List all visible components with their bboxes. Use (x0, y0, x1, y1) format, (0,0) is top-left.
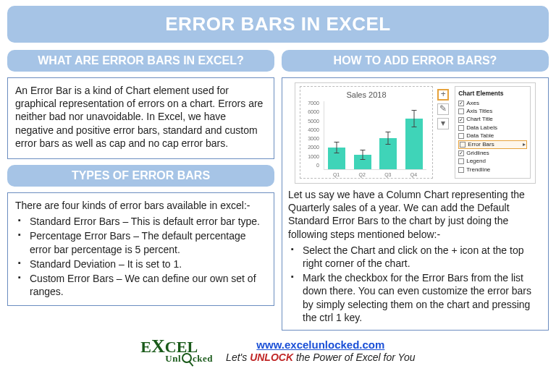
type-item: Standard Deviation – It is set to 1. (18, 257, 266, 270)
element-label: Trendline (466, 166, 490, 174)
how-to-header-text: HOW TO ADD ERROR BARS? (282, 54, 549, 67)
element-label: Error Bars (468, 141, 494, 148)
footer-text: www.excelunlocked.com Let's UNLOCK the P… (226, 338, 416, 363)
chart-side-icons: + ✎ ▾ (437, 86, 450, 179)
element-row[interactable]: Axes (458, 99, 527, 107)
element-label: Gridlines (466, 150, 489, 157)
intro-box: An Error Bar is a kind of Chart element … (7, 77, 274, 159)
element-label: Chart Title (466, 116, 492, 123)
chart-title: Sales 2018 (302, 90, 431, 100)
ytick: 0 (303, 162, 319, 169)
magnifier-icon (182, 353, 192, 363)
bar-q4 (403, 119, 425, 169)
ytick: 4000 (303, 127, 319, 133)
checkbox-icon[interactable] (458, 133, 464, 139)
step-item: Select the Chart and click on the + icon… (291, 244, 542, 270)
intro-text: An Error Bar is a kind of Chart element … (15, 84, 266, 150)
type-item: Custom Error Bars – We can define our ow… (18, 272, 266, 298)
bar-q1 (326, 148, 348, 169)
plot-area (324, 101, 426, 170)
what-are-header-text: WHAT ARE ERROR BARS IN EXCEL? (7, 54, 274, 67)
columns: WHAT ARE ERROR BARS IN EXCEL? An Error B… (7, 50, 549, 331)
element-label: Data Labels (466, 124, 497, 132)
types-box: There are four kinds of error bars avail… (7, 192, 274, 306)
ytick: 1000 (303, 153, 319, 160)
footer: EXCEL Unlcked www.excelunlocked.com Let'… (7, 338, 549, 363)
chart-elements-header: Chart Elements (458, 90, 527, 98)
bar-q2 (351, 155, 374, 169)
element-label: Axis Titles (466, 108, 492, 115)
tagline: Let's UNLOCK the Power of Excel for You (226, 351, 416, 363)
x-axis-labels: Q1 Q2 Q3 Q4 (324, 171, 426, 178)
ytick: 2000 (303, 144, 319, 150)
chart-elements-panel: Chart Elements Axes Axis Titles Chart Ti… (455, 86, 531, 179)
ytick: 3000 (303, 135, 319, 142)
filter-icon[interactable]: ▾ (437, 118, 449, 129)
element-row-errorbars[interactable]: Error Bars▸ (458, 140, 527, 149)
element-label: Data Table (466, 132, 494, 140)
xtick: Q2 (359, 171, 366, 178)
chevron-right-icon[interactable]: ▸ (523, 141, 526, 148)
xtick: Q3 (384, 171, 391, 178)
ytick: 7000 (303, 100, 319, 106)
ytick: 5000 (303, 118, 319, 124)
brush-icon[interactable]: ✎ (437, 103, 449, 115)
element-label: Legend (466, 158, 486, 165)
checkbox-icon[interactable] (458, 101, 464, 106)
right-column: HOW TO ADD ERROR BARS? Sales 2018 7000 6… (282, 50, 549, 331)
element-row[interactable]: Gridlines (458, 149, 527, 157)
what-are-header: WHAT ARE ERROR BARS IN EXCEL? (7, 50, 274, 72)
y-axis-labels: 7000 6000 5000 4000 3000 2000 1000 0 (303, 100, 319, 169)
element-row[interactable]: Chart Title (458, 116, 527, 124)
plus-icon[interactable]: + (437, 89, 449, 101)
types-header: TYPES OF ERROR BARS (7, 165, 274, 187)
step-item: Mark the checkbox for the Error Bars fro… (291, 271, 542, 324)
main-title-bar: ERROR BARS IN EXCEL (7, 6, 549, 43)
chart-screenshot: Sales 2018 7000 6000 5000 4000 3000 2000… (295, 82, 536, 184)
checkbox-icon[interactable] (458, 158, 464, 164)
bar-q3 (377, 138, 400, 169)
checkbox-icon[interactable] (460, 142, 466, 148)
checkbox-icon[interactable] (458, 117, 464, 123)
steps-list: Select the Chart and click on the + icon… (288, 244, 542, 324)
types-intro: There are four kinds of error bars avail… (15, 199, 266, 212)
checkbox-icon[interactable] (458, 150, 464, 156)
element-label: Axes (466, 100, 479, 107)
element-row[interactable]: Legend (458, 158, 527, 166)
element-row[interactable]: Trendline (458, 166, 527, 174)
checkbox-icon[interactable] (458, 108, 464, 114)
types-list: Standard Error Bars – This is default er… (15, 215, 266, 298)
how-to-header: HOW TO ADD ERROR BARS? (282, 50, 549, 72)
element-row[interactable]: Axis Titles (458, 107, 527, 115)
xtick: Q4 (410, 171, 417, 178)
checkbox-icon[interactable] (458, 167, 464, 173)
type-item: Percentage Error Bars – The default perc… (18, 229, 266, 255)
chart-area: Sales 2018 7000 6000 5000 4000 3000 2000… (300, 86, 433, 179)
how-to-desc: Let us say we have a Column Chart repres… (288, 188, 542, 241)
element-row[interactable]: Data Table (458, 132, 527, 140)
type-item: Standard Error Bars – This is default er… (18, 215, 266, 228)
checkbox-icon[interactable] (458, 125, 464, 131)
main-title: ERROR BARS IN EXCEL (7, 13, 549, 35)
types-header-text: TYPES OF ERROR BARS (7, 169, 274, 182)
how-to-box: Sales 2018 7000 6000 5000 4000 3000 2000… (282, 77, 549, 331)
excel-unlocked-logo: EXCEL Unlcked (140, 338, 213, 363)
website-link[interactable]: www.excelunlocked.com (256, 338, 384, 351)
xtick: Q1 (333, 171, 340, 178)
left-column: WHAT ARE ERROR BARS IN EXCEL? An Error B… (7, 50, 274, 331)
element-row[interactable]: Data Labels (458, 124, 527, 132)
ytick: 6000 (303, 108, 319, 115)
